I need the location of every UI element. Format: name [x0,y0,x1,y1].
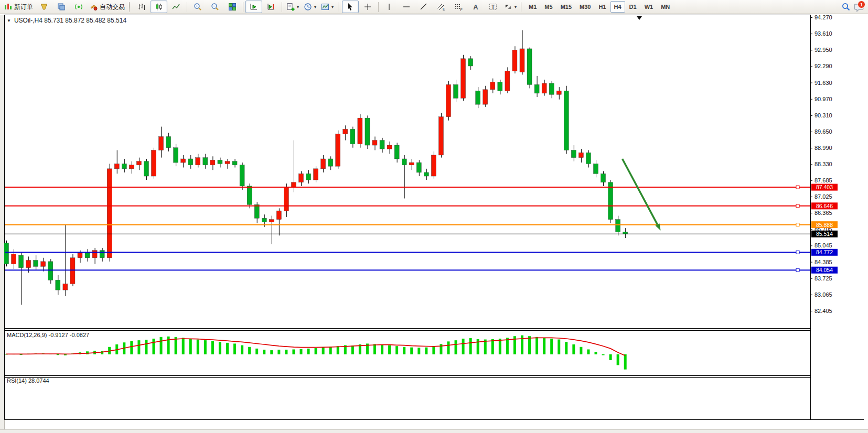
text-label-tool-button[interactable]: T [485,1,501,13]
timeframe-m5-button[interactable]: M5 [541,1,556,13]
candle-body [152,150,156,176]
macd-histogram-bar [64,354,67,355]
arrows-tool-button[interactable]: ▾ [502,1,519,13]
svg-text:90.970: 90.970 [815,96,832,102]
macd-histogram-bar [432,347,435,354]
trendline-tool-button[interactable] [415,1,432,13]
timeframe-m15-button[interactable]: M15 [557,1,575,13]
svg-text:88.990: 88.990 [815,145,832,151]
zoom-out-icon [211,3,219,11]
timeframe-h4-button[interactable]: H4 [610,1,625,13]
new-order-label: 新订单 [14,3,33,12]
vertical-line-icon [385,3,393,11]
dropdown-caret: ▾ [297,5,299,9]
collapse-icon[interactable]: ▼ [7,18,11,23]
timeframe-h1-button[interactable]: H1 [595,1,609,13]
tile-windows-button[interactable] [224,1,241,13]
candle-body [63,284,68,290]
candle-body [92,251,97,258]
candle-body [328,159,333,166]
depth-of-market-button[interactable] [53,1,70,13]
new-order-button[interactable]: 新订单 [2,1,35,13]
vertical-line-tool-button[interactable] [381,1,398,13]
macd-histogram-bar [255,349,258,354]
timeframe-w1-button[interactable]: W1 [641,1,657,13]
trendline-icon [420,3,428,11]
macd-histogram-bar [535,337,538,354]
svg-text:84.054: 84.054 [816,267,833,273]
toolbar-grip [521,2,522,12]
dropdown-caret: ▾ [515,5,517,9]
macd-histogram-bar [491,339,494,354]
macd-histogram-bar [57,354,59,355]
candle-body [70,258,75,284]
candle-body [564,91,569,150]
window-bottom-edge [0,429,868,433]
signal-button[interactable] [70,1,87,13]
candle-body [387,145,392,149]
macd-histogram-bar [425,348,427,354]
svg-text:83.065: 83.065 [815,291,832,298]
fibonacci-tool-button[interactable]: F [450,1,467,13]
candle-body [586,153,591,164]
candle-body [299,174,304,182]
svg-text:87.403: 87.403 [816,184,833,190]
cursor-tool-button[interactable] [342,1,359,13]
auto-scroll-button[interactable] [245,1,262,13]
toolbar-grip [129,2,131,12]
channel-tool-button[interactable]: E [433,1,449,13]
notifications-button[interactable]: 1 [853,2,864,12]
macd-histogram-bar [572,344,575,354]
macd-histogram-bar [145,340,147,354]
text-tool-button[interactable]: A [467,1,484,13]
candle-body [159,137,164,150]
auto-trading-button[interactable]: 自动交易 [88,1,127,13]
candle-body [19,255,24,268]
macd-histogram-bar [329,347,332,354]
candle-body [601,174,606,182]
candle-body [269,220,274,222]
macd-indicator-label: MACD(12,26,9) -0.9127 -0.0827 [7,332,89,338]
macd-histogram-bar [543,338,545,354]
dropdown-caret: ▾ [314,5,316,9]
macd-histogram-bar [351,346,354,354]
candle-body [85,253,90,257]
templates-button[interactable]: ▾ [319,1,336,13]
candlestick-chart-button[interactable] [151,1,167,13]
candle-body [41,262,46,266]
macd-histogram-bar [395,346,398,354]
line-chart-icon [172,3,180,11]
candle-body [48,262,53,280]
indicators-button[interactable]: ▾ [284,1,301,13]
chart-canvas[interactable]: 94.27093.61092.95092.29091.63090.97090.3… [4,15,868,433]
template-icon [321,3,329,11]
timeframe-d1-button[interactable]: D1 [626,1,640,13]
candle-body [461,59,466,99]
zoom-in-button[interactable] [189,1,206,13]
crosshair-tool-button[interactable] [359,1,376,13]
chart-shift-button[interactable] [263,1,280,13]
svg-text:86.646: 86.646 [816,203,833,209]
macd-histogram-bar [277,350,280,354]
level-handle [796,251,799,254]
level-handle [796,186,799,189]
timeframe-m30-button[interactable]: M30 [576,1,594,13]
horizontal-line-tool-button[interactable] [398,1,415,13]
chart-title-text: USOil-,H4 85.731 85.872 85.482 85.514 [14,17,126,24]
styler-button[interactable] [36,1,52,13]
macd-histogram-bar [550,339,553,354]
text-tool-icon: A [473,3,478,11]
periods-button[interactable]: ▾ [302,1,318,13]
timeframe-m1-button[interactable]: M1 [525,1,540,13]
tile-windows-icon [228,3,237,11]
candle-body [34,261,38,267]
search-icon[interactable] [842,3,850,11]
bar-chart-button[interactable] [133,1,150,13]
timeframe-mn-button[interactable]: MN [657,1,673,13]
svg-text:85.514: 85.514 [816,231,833,237]
macd-histogram-bar [528,336,531,354]
macd-histogram-bar [417,348,420,354]
macd-histogram-bar [558,340,560,354]
zoom-out-button[interactable] [207,1,223,13]
line-chart-button[interactable] [168,1,185,13]
